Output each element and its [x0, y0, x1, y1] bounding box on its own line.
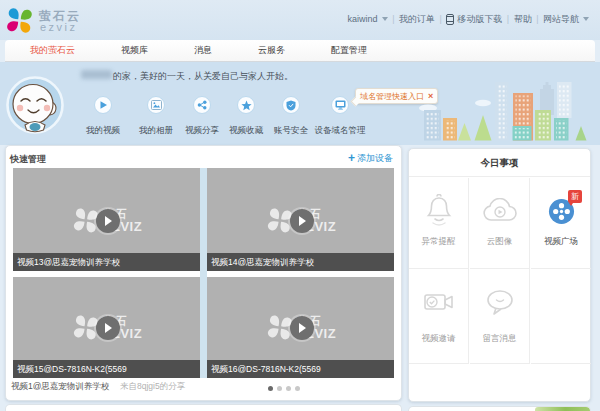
greeting-section: 的家，美好的一天，从关爱自己与家人开始。 我的视频 我的相册 视频分享 视频收藏…: [0, 62, 600, 145]
today-item-label: 异常提醒: [409, 236, 468, 248]
star-icon: [237, 96, 255, 114]
video-thumbnail[interactable]: 萤石ezviz: [13, 168, 200, 253]
message-bubble-icon: [470, 284, 529, 320]
menu-divider: |: [536, 14, 538, 24]
today-item-messages[interactable]: 留言消息: [470, 269, 530, 364]
video-caption: 视频13@思嘉宠物训养学校: [13, 253, 200, 271]
ezviz-logo[interactable]: 萤石云 ezviz: [5, 5, 165, 35]
video-tile[interactable]: 萤石ezviz 视频16@DS-7816N-K2(5569: [207, 277, 394, 378]
username-redacted: [81, 70, 112, 79]
play-button[interactable]: [290, 316, 314, 340]
grid-divider: [200, 168, 207, 378]
today-title: 今日事项: [409, 149, 590, 177]
video-camera-icon: [409, 284, 468, 320]
today-item-label: 视频邀请: [409, 333, 468, 345]
ezviz-flower-icon: [5, 6, 34, 35]
quick-manage-panel: 快速管理 +添加设备 萤石ezviz 视频13@思嘉宠物训养学校 萤石ezviz…: [5, 145, 402, 401]
avatar[interactable]: [6, 76, 64, 134]
menu-divider: |: [439, 14, 441, 24]
shield-icon: [282, 96, 300, 114]
add-device-button[interactable]: +添加设备: [348, 151, 393, 165]
today-item-label: 视频广场: [531, 236, 591, 248]
nav-cloud-services[interactable]: 云服务: [258, 44, 285, 57]
video-thumbnail[interactable]: 萤石ezviz: [207, 168, 394, 253]
top-menu: kaiwind | 我的订单 | 移动版下载 | 帮助 | 网站导航: [348, 12, 589, 26]
play-button[interactable]: [290, 209, 314, 233]
mobile-download-link[interactable]: 移动版下载: [446, 13, 502, 26]
video-tile[interactable]: 萤石ezviz 视频14@思嘉宠物训养学校: [207, 168, 394, 271]
pagination-dot[interactable]: [295, 386, 300, 391]
top-bar: 萤石云 ezviz kaiwind | 我的订单 | 移动版下载 | 帮助 | …: [0, 0, 600, 40]
cloud-play-icon: [470, 193, 529, 229]
menu-divider: |: [392, 14, 394, 24]
share-icon: [193, 96, 211, 114]
video-caption: 视频15@DS-7816N-K2(5569: [13, 360, 200, 378]
today-item-video-invite[interactable]: 视频邀请: [409, 269, 469, 364]
greeting-message: 的家，美好的一天，从关爱自己与家人开始。: [113, 70, 293, 83]
cityscape-illustration: [410, 80, 600, 145]
monitor-icon: [331, 96, 349, 114]
bell-icon: [409, 193, 468, 229]
pagination-dot[interactable]: [277, 386, 282, 391]
video-tile[interactable]: 萤石ezviz 视频15@DS-7816N-K2(5569: [13, 277, 200, 378]
chevron-down-icon: [382, 17, 388, 21]
banner-image-sliver: [535, 407, 590, 411]
video-tile[interactable]: 萤石ezviz 视频13@思嘉宠物训养学校: [13, 168, 200, 271]
nav-my-ezviz[interactable]: 我的萤石云: [30, 44, 75, 57]
play-icon: [94, 96, 112, 114]
phone-icon: [446, 14, 454, 25]
main-nav: 我的萤石云 视频库 消息 云服务 配置管理: [5, 40, 595, 62]
today-item-alerts[interactable]: 异常提醒: [409, 178, 469, 269]
photo-icon: [147, 96, 165, 114]
nav-configuration[interactable]: 配置管理: [331, 44, 367, 57]
user-menu[interactable]: kaiwind: [348, 14, 388, 24]
today-panel: 今日事项 异常提醒 云图像: [408, 148, 591, 402]
brand-name-en: ezviz: [40, 21, 78, 33]
shared-video-name[interactable]: 视频1@思嘉宠物训养学校: [11, 381, 109, 393]
video-thumbnail[interactable]: 萤石ezviz: [13, 277, 200, 360]
site-nav-menu[interactable]: 网站导航: [543, 13, 589, 26]
help-link[interactable]: 帮助: [514, 13, 532, 26]
play-button[interactable]: [96, 316, 120, 340]
nav-messages[interactable]: 消息: [194, 44, 212, 57]
pagination-dot[interactable]: [286, 386, 291, 391]
film-reel-icon: [531, 193, 591, 229]
shortcut-label: 设备域名管理: [308, 125, 372, 137]
my-orders-link[interactable]: 我的订单: [399, 13, 435, 26]
nav-video-library[interactable]: 视频库: [121, 44, 148, 57]
today-item-cloud-images[interactable]: 云图像: [470, 178, 530, 269]
plus-icon: +: [348, 151, 355, 165]
today-item-video-square[interactable]: 视频广场 新: [531, 178, 591, 269]
play-button[interactable]: [96, 209, 120, 233]
pagination-dots: [268, 386, 304, 391]
next-section-right: [408, 406, 591, 411]
video-thumbnail[interactable]: 萤石ezviz: [207, 277, 394, 360]
new-badge: 新: [568, 190, 582, 203]
video-caption: 视频16@DS-7816N-K2(5569: [207, 360, 394, 378]
menu-divider: |: [507, 14, 509, 24]
today-item-label: 留言消息: [470, 333, 529, 345]
quick-manage-title: 快速管理: [10, 153, 46, 166]
chevron-down-icon: [583, 17, 589, 21]
shared-from: 来自8qjgi5的分享: [120, 381, 185, 393]
today-item-empty: [531, 269, 591, 364]
video-caption: 视频14@思嘉宠物训养学校: [207, 253, 394, 271]
today-item-label: 云图像: [470, 236, 529, 248]
next-section-left: [5, 404, 402, 411]
pagination-dot[interactable]: [268, 386, 273, 391]
